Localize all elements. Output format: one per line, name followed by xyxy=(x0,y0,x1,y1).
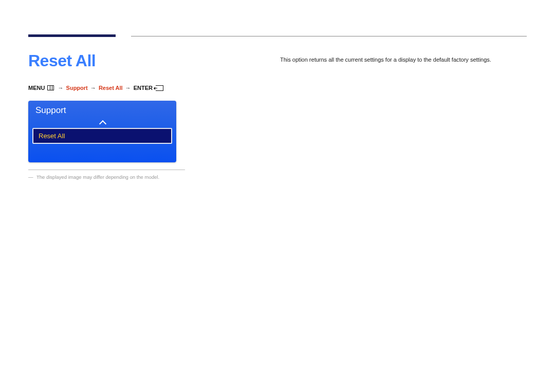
left-column: Reset All MENU → Support → Reset All → E… xyxy=(28,51,203,180)
arrow-icon: → xyxy=(90,85,96,91)
description-text: This option returns all the current sett… xyxy=(280,55,527,64)
osd-header: Support xyxy=(28,101,176,119)
arrow-icon: → xyxy=(58,85,64,91)
note: ― The displayed image may differ dependi… xyxy=(28,174,203,180)
note-text: The displayed image may differ depending… xyxy=(36,174,159,180)
breadcrumb-segment-resetall: Reset All xyxy=(99,85,123,91)
page-title: Reset All xyxy=(28,51,203,70)
breadcrumb: MENU → Support → Reset All → ENTER xyxy=(28,85,203,91)
chevron-up-icon xyxy=(99,119,106,126)
menu-icon xyxy=(47,85,54,90)
enter-icon xyxy=(156,85,163,91)
section-accent-bar xyxy=(28,34,116,37)
content-wrapper: Reset All MENU → Support → Reset All → E… xyxy=(28,51,527,180)
breadcrumb-segment-support: Support xyxy=(66,85,88,91)
document-page: Reset All MENU → Support → Reset All → E… xyxy=(0,0,555,208)
osd-item-reset-all[interactable]: Reset All xyxy=(32,128,172,144)
note-divider xyxy=(28,170,185,170)
section-divider-line xyxy=(131,36,527,36)
osd-panel: Support Reset All xyxy=(28,101,176,162)
breadcrumb-menu-label: MENU xyxy=(28,85,45,91)
note-dash: ― xyxy=(28,174,33,180)
osd-scroll-up[interactable] xyxy=(28,119,176,128)
osd-empty-space xyxy=(28,148,176,162)
breadcrumb-enter-label: ENTER xyxy=(134,85,153,91)
right-column: This option returns all the current sett… xyxy=(280,51,527,180)
arrow-icon: → xyxy=(125,85,131,91)
